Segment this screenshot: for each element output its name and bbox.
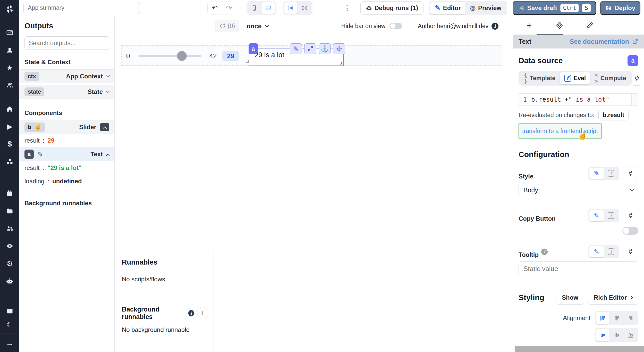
collapse-arrow-icon[interactable]: → bbox=[4, 337, 16, 349]
apps-icon[interactable] bbox=[4, 27, 16, 38]
boxes-icon[interactable] bbox=[4, 155, 16, 167]
component-a-row[interactable]: a ✎ Text bbox=[19, 148, 114, 161]
calendar-icon[interactable] bbox=[4, 187, 16, 199]
star-icon[interactable]: ★ bbox=[4, 62, 16, 73]
align-center-button[interactable] bbox=[610, 312, 623, 324]
ctx-row[interactable]: ctx App Context bbox=[19, 69, 114, 83]
template-tab[interactable]: { }Template bbox=[520, 72, 560, 84]
style-select[interactable]: Body bbox=[519, 183, 638, 197]
eval-tab[interactable]: fEval bbox=[560, 72, 590, 84]
active-tab-underline bbox=[537, 34, 563, 35]
pencil-icon: ✎ bbox=[435, 4, 440, 12]
run-mode-dropdown[interactable]: once bbox=[247, 22, 268, 30]
text-component-selected[interactable]: a ✎ ⚓ 29 is a lot bbox=[249, 48, 344, 66]
align-middle-button[interactable] bbox=[610, 329, 623, 341]
components-title: Components bbox=[24, 109, 109, 117]
slider-component[interactable]: 0 42 29 bbox=[123, 48, 246, 64]
anchor-icon[interactable]: ⚓ bbox=[319, 43, 331, 54]
more-options-kebab-icon[interactable]: ⋮ bbox=[341, 3, 354, 12]
connect-plug-button[interactable] bbox=[623, 209, 638, 222]
home-icon[interactable] bbox=[4, 103, 16, 115]
resize-handle[interactable] bbox=[340, 62, 342, 64]
expand-icon[interactable] bbox=[304, 43, 316, 54]
styling-show-button[interactable]: Show bbox=[556, 291, 584, 305]
move-icon[interactable] bbox=[333, 43, 345, 54]
hide-bar-toggle[interactable] bbox=[389, 23, 402, 29]
bot-icon[interactable] bbox=[4, 275, 16, 287]
sidebar-divider bbox=[0, 19, 19, 19]
add-background-runnable-button[interactable]: + bbox=[197, 307, 208, 319]
collapse-b-button[interactable] bbox=[100, 123, 109, 131]
eval-f-button[interactable]: f bbox=[604, 168, 618, 179]
rich-editor-button[interactable]: Rich Editor bbox=[588, 291, 638, 305]
redo-button[interactable]: ↷ bbox=[222, 2, 236, 14]
eval-f-button[interactable]: f bbox=[604, 210, 618, 221]
component-settings-tab-icon[interactable] bbox=[554, 19, 565, 31]
resize-handle[interactable] bbox=[246, 60, 249, 63]
editor-tab[interactable]: ✎ Editor bbox=[430, 2, 465, 14]
eye-icon[interactable] bbox=[4, 240, 16, 252]
panel-scrollbar[interactable] bbox=[515, 346, 644, 352]
edit-pencil-icon[interactable]: ✎ bbox=[290, 43, 302, 54]
deploy-button[interactable]: Deploy bbox=[600, 1, 640, 15]
static-pencil-button[interactable]: ✎ bbox=[589, 210, 604, 221]
debug-runs-button[interactable]: Debug runs (1) bbox=[360, 1, 423, 15]
chevron-down-icon[interactable] bbox=[106, 89, 110, 93]
save-icon bbox=[605, 5, 612, 11]
mobile-view-button[interactable] bbox=[248, 2, 261, 14]
slider-track[interactable] bbox=[139, 55, 201, 57]
edit-id-pencil-icon[interactable]: ✎ bbox=[37, 150, 43, 158]
save-draft-button[interactable]: Save draft Ctrl S bbox=[513, 1, 596, 15]
author-info: Author henri@windmill.dev i bbox=[418, 23, 498, 30]
chevron-down-icon[interactable] bbox=[106, 73, 110, 78]
fullscreen-expand-icon[interactable] bbox=[298, 2, 311, 14]
chevron-up-icon[interactable] bbox=[106, 154, 110, 158]
connect-plug-button[interactable] bbox=[623, 167, 638, 180]
slider-min-label: 0 bbox=[126, 52, 130, 60]
component-b-row[interactable]: b☝ Slider bbox=[19, 120, 114, 134]
user-group-gear-icon[interactable] bbox=[4, 223, 16, 234]
dark-mode-moon-icon[interactable]: ☾ bbox=[4, 319, 16, 331]
docs-book-icon[interactable] bbox=[4, 305, 16, 317]
center-canvas-button[interactable] bbox=[284, 2, 298, 14]
align-top-button[interactable] bbox=[596, 329, 609, 341]
refresh-button[interactable]: (0) bbox=[215, 20, 239, 32]
folder-icon[interactable] bbox=[4, 205, 16, 217]
tooltip-static-value-input[interactable] bbox=[519, 261, 638, 276]
slider-knob[interactable] bbox=[177, 51, 187, 61]
dependency-pill[interactable]: b.result bbox=[598, 110, 629, 120]
user-icon[interactable] bbox=[4, 44, 16, 56]
search-outputs-input[interactable] bbox=[24, 36, 109, 50]
state-row[interactable]: state State bbox=[19, 85, 114, 99]
undo-button[interactable]: ↶ bbox=[208, 2, 222, 14]
align-left-button[interactable] bbox=[596, 312, 609, 324]
gear-icon[interactable]: ⚙ bbox=[4, 258, 16, 269]
dollar-icon[interactable]: $ bbox=[4, 138, 16, 150]
editor-scrollbar[interactable] bbox=[631, 94, 638, 105]
info-icon[interactable]: i bbox=[492, 23, 498, 30]
align-right-button[interactable] bbox=[624, 312, 637, 324]
static-pencil-button[interactable]: ✎ bbox=[589, 168, 604, 179]
desktop-view-button[interactable] bbox=[261, 2, 275, 14]
preview-tab[interactable]: ◎ Preview bbox=[465, 2, 506, 14]
compute-tab[interactable]: < >Compute bbox=[590, 72, 630, 84]
global-styling-brush-icon[interactable] bbox=[584, 19, 596, 31]
connect-plug-button[interactable] bbox=[632, 71, 642, 86]
users-icon[interactable] bbox=[4, 79, 16, 91]
static-pencil-button[interactable]: ✎ bbox=[589, 246, 604, 257]
play-icon[interactable]: ▶ bbox=[4, 120, 16, 132]
see-documentation-link[interactable]: See documentation bbox=[570, 38, 638, 45]
app-canvas[interactable]: 0 42 29 a ✎ bbox=[115, 36, 513, 251]
app-summary-input[interactable] bbox=[23, 2, 140, 14]
connect-plug-button[interactable] bbox=[623, 245, 638, 258]
component-header-band: Text See documentation bbox=[513, 35, 644, 48]
data-source-title: Data source bbox=[519, 56, 563, 65]
windmill-logo-icon[interactable] bbox=[4, 3, 15, 15]
copy-button-toggle[interactable] bbox=[622, 227, 638, 235]
align-bottom-button[interactable] bbox=[624, 329, 637, 341]
line-number: 1 bbox=[519, 96, 531, 103]
eval-f-button[interactable]: f bbox=[604, 246, 618, 257]
insert-component-tab-plus-icon[interactable]: + bbox=[523, 19, 535, 31]
undo-redo-group: ↶ ↷ bbox=[207, 2, 236, 14]
eval-code-editor[interactable]: 1 b.result + " is a lot" bbox=[519, 93, 638, 106]
